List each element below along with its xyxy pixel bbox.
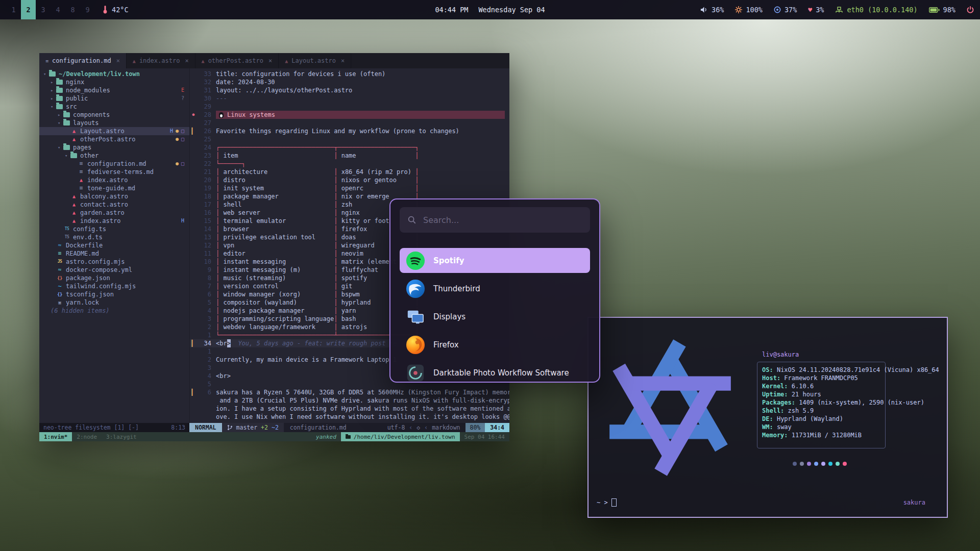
tree-item-label: tone-guide.md [87,184,135,192]
tree-dir-6[interactable]: ▾layouts [39,119,189,127]
tree-item-label: config.ts [73,225,106,233]
workspace-9[interactable]: 9 [80,0,95,19]
tree-file-20[interactable]: TSenv.d.ts [39,233,189,241]
tree-item-badges: ●□ [176,160,189,168]
tree-file-13[interactable]: ▲index.astro [39,176,189,184]
tree-dir-3[interactable]: ▸public? [39,94,189,103]
tab-configuration.md[interactable]: ≡configuration.md× [39,53,127,68]
launcher-item-darktable[interactable]: Darktable Photo Workflow Software [400,360,590,383]
tree-file-16[interactable]: ▲contact.astro [39,201,189,209]
tmux-window-1:nvim*[interactable]: 1:nvim* [39,432,72,441]
tree-file-14[interactable]: ≡tone-guide.md [39,184,189,192]
editor-text-segment: │ [216,233,223,241]
tab-close-icon[interactable]: × [116,57,120,64]
launcher-item-displays[interactable]: Displays [400,304,590,329]
bar-module-battery[interactable]: 98% [929,6,955,14]
tab-label: configuration.md [52,57,111,64]
tree-dir-0[interactable]: ▾~/Development/liv.town [39,70,189,78]
tab-close-icon[interactable]: × [185,57,188,64]
tree-file-11[interactable]: ≡configuration.md●□ [39,160,189,168]
sign-column [190,298,197,307]
launcher-item-firefox[interactable]: Firefox [400,332,590,357]
neo-tree-sidebar[interactable]: ▾~/Development/liv.town▸nginx▸node_modul… [39,68,190,423]
tab-Layout.astro[interactable]: ▲Layout.astro× [279,53,351,68]
bar-module-volume[interactable]: 36% [700,6,724,14]
tree-dir-10[interactable]: ▾other [39,152,189,160]
git-status-badge: H [170,127,173,135]
tree-file-27[interactable]: {}tsconfig.json [39,290,189,298]
editor-text-segment: │ [334,298,341,307]
folder-icon [56,80,63,85]
editor-text-segment: openrc [341,184,415,192]
git-change-sign: ▎ [190,388,197,396]
workspace-8[interactable]: 8 [65,0,80,19]
tmux-window-2:node[interactable]: 2:node [72,432,102,441]
bar-module-network[interactable]: eth0 (10.0.0.140) [835,6,917,14]
sign-column [190,405,197,413]
tab-otherPost.astro[interactable]: ▲otherPost.astro× [195,53,279,68]
editor-text-segment: name [341,152,415,160]
tab-close-icon[interactable]: × [341,57,345,64]
tree-file-22[interactable]: ≡README.md [39,249,189,258]
tab-index.astro[interactable]: ▲index.astro× [127,53,195,68]
tree-file-21[interactable]: ≈Dockerfile [39,241,189,249]
tree-file-19[interactable]: TSconfig.ts [39,225,189,233]
separator: ‹ [424,424,428,431]
tree-file-24[interactable]: ≈docker-compose.yml [39,266,189,274]
tree-file-7[interactable]: ▲Layout.astroH●□ [39,127,189,135]
sign-column [190,78,197,86]
tree-file-18[interactable]: ▲index.astroH [39,217,189,225]
bar-module-power[interactable] [967,6,974,13]
tree-file-17[interactable]: ▲garden.astro [39,209,189,217]
tree-dir-9[interactable]: ▾pages [39,143,189,152]
git-status-badge: E [181,86,184,94]
tree-file-28[interactable]: ▣yarn.lock [39,298,189,307]
tab-close-icon[interactable]: × [268,57,272,64]
editor-text-segment: instant messaging (m) [223,266,334,274]
line-number: 2 [197,323,216,331]
workspace-1[interactable]: 1 [6,0,21,19]
firefox-icon [406,335,425,355]
editor-text-segment: │ [216,241,223,249]
tmux-window-3:lazygit[interactable]: 3:lazygit [102,432,141,441]
workspace-4[interactable]: 4 [51,0,65,19]
launcher-item-spotify[interactable]: Spotify [400,248,590,273]
editor-line: 21│ architecture │ x86_64 (rip m2 pro) │ [190,168,509,176]
tree-file-15[interactable]: ▲balcony.astro [39,192,189,201]
tree-dir-1[interactable]: ▸nginx [39,78,189,86]
line-number [197,413,216,421]
bar-module-cpu[interactable]: ♥3% [808,6,824,14]
tree-dir-4[interactable]: ▾src [39,103,189,111]
bar-module-disk[interactable]: 37% [774,6,797,14]
shell-prompt[interactable]: ~ > [597,498,617,507]
tree-file-25[interactable]: {}package.json [39,274,189,282]
ts-file-icon: TS [63,225,70,233]
launcher-item-thunderbird[interactable]: Thunderbird [400,276,590,301]
editor-text-segment: │ [216,266,223,274]
tree-file-26[interactable]: ~tailwind.config.mjs [39,282,189,290]
astro-file-icon: ▲ [70,127,78,135]
workspace-3[interactable]: 3 [36,0,51,19]
editor-text-segment: compositor (wayland) [223,298,334,307]
sign-column [190,290,197,298]
editor-text-segment: │ [216,225,223,233]
tree-item-label: garden.astro [80,209,125,217]
launcher-search[interactable] [400,207,590,233]
editor-text-segment: distro [223,176,334,184]
line-number: 17 [197,201,216,209]
tree-dir-5[interactable]: ▸components [39,111,189,119]
json2-file-icon: {} [56,290,63,298]
desktop: 123489 42°C 04:44 PM Wednesday Sep 04 36… [0,0,980,551]
search-input[interactable] [422,215,582,226]
bar-module-brightness[interactable]: 100% [735,6,763,14]
folder-icon [49,71,56,77]
volume-icon [700,6,708,13]
line-number: 1 [197,347,216,356]
tree-file-12[interactable]: ≡fediverse-terms.md [39,168,189,176]
tree-dir-2[interactable]: ▸node_modulesE [39,86,189,94]
git-change-sign: ▎ [190,339,197,347]
terminal-window[interactable]: liv@sakura OS: NixOS 24.11.20240828.71e9… [587,317,948,518]
tree-file-8[interactable]: ▲otherPost.astro●□ [39,135,189,143]
workspace-2[interactable]: 2 [21,0,36,19]
tree-file-23[interactable]: JSastro.config.mjs [39,258,189,266]
